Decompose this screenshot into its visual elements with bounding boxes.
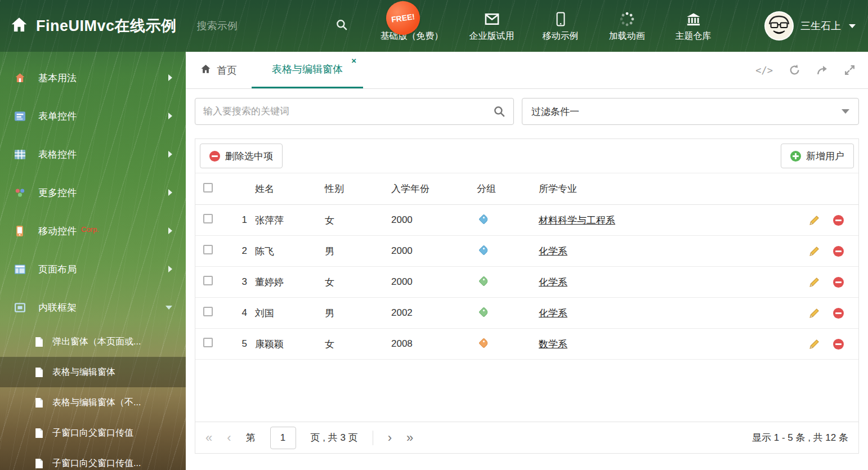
keyword-search-input[interactable]: [195, 106, 493, 117]
brand[interactable]: FineUIMvc在线示例: [0, 16, 177, 36]
pager-divider: [373, 431, 373, 445]
sidebar-subitem-popup-window[interactable]: 弹出窗体（本页面或...: [0, 326, 186, 357]
expand-icon[interactable]: [844, 64, 856, 76]
sidebar-item-basic-usage[interactable]: 基本用法: [0, 59, 186, 97]
delete-icon[interactable]: [833, 215, 844, 226]
major-link[interactable]: 数学系: [539, 339, 567, 350]
top-nav: 基础版（免费） 企业版试用 移动示例: [381, 10, 714, 42]
sidebar-item-label: 更多控件: [38, 186, 77, 199]
table-row: 1 张萍萍 女 2000 材料科学与工程系: [195, 205, 858, 236]
cell-gender: 女: [320, 276, 387, 289]
delete-selected-label: 删除选中项: [225, 150, 273, 163]
row-number: 2: [226, 245, 250, 257]
topnav-item-theme-repo[interactable]: 主题仓库: [673, 10, 714, 42]
avatar: [764, 11, 794, 41]
plus-circle-icon: [790, 151, 801, 162]
sidebar-subitem-label: 表格与编辑窗体: [52, 366, 115, 378]
column-gender[interactable]: 性别: [320, 182, 387, 195]
edit-pencil-icon[interactable]: [809, 308, 820, 319]
sidebar: 基本用法 表单控件 表格控件 更多: [0, 52, 186, 470]
tab-grid-edit-window[interactable]: 表格与编辑窗体 ×: [252, 52, 363, 88]
row-checkbox[interactable]: [203, 245, 213, 254]
filter-row: 过滤条件一: [195, 98, 859, 125]
search-icon[interactable]: [335, 19, 348, 33]
refresh-icon[interactable]: [789, 64, 800, 76]
delete-icon[interactable]: [833, 246, 844, 257]
app-root: FineUIMvc在线示例 FREE! 基础版（免费） 企业版试用: [0, 0, 868, 470]
edit-pencil-icon[interactable]: [809, 215, 820, 226]
delete-selected-button[interactable]: 删除选中项: [200, 144, 283, 168]
prev-page-button[interactable]: ‹: [227, 432, 231, 444]
topnav-item-loading-animation[interactable]: 加载动画: [607, 10, 647, 42]
cell-year: 2000: [387, 276, 472, 288]
delete-icon[interactable]: [833, 277, 844, 288]
select-all-checkbox[interactable]: [203, 183, 213, 193]
add-user-button[interactable]: 新增用户: [781, 144, 854, 168]
file-icon: [35, 459, 43, 468]
sidebar-item-grid-controls[interactable]: 表格控件: [0, 135, 186, 173]
page-label-suffix: 页 , 共 3 页: [311, 431, 358, 444]
cell-name: 董婷婷: [250, 276, 320, 289]
row-number: 3: [226, 276, 250, 288]
chevron-down-icon: [842, 109, 849, 114]
table-header-row: 姓名 性别 入学年份 分组 所学专业: [195, 173, 858, 205]
first-page-button[interactable]: «: [205, 432, 212, 444]
major-link[interactable]: 化学系: [539, 246, 567, 257]
table-row: 3 董婷婷 女 2000 化学系: [195, 267, 858, 298]
cell-gender: 男: [320, 245, 387, 258]
sidebar-subitem-grid-edit-window-alt[interactable]: 表格与编辑窗体（不...: [0, 387, 186, 418]
corp-badge: Corp.: [81, 225, 99, 234]
grid-toolbar: 删除选中项 新增用户: [195, 139, 858, 173]
delete-icon[interactable]: [833, 339, 844, 350]
close-icon[interactable]: ×: [351, 56, 356, 65]
sidebar-item-page-layout[interactable]: 页面布局: [0, 250, 186, 288]
sidebar-item-mobile-controls[interactable]: 移动控件 Corp.: [0, 212, 186, 250]
column-group[interactable]: 分组: [472, 182, 534, 195]
cell-gender: 女: [320, 214, 387, 227]
major-link[interactable]: 化学系: [539, 308, 567, 319]
cell-name: 张萍萍: [250, 214, 320, 227]
page-number-input[interactable]: [270, 427, 296, 449]
phone-icon: [14, 226, 26, 236]
bank-icon: [685, 10, 702, 27]
major-link[interactable]: 化学系: [539, 277, 567, 288]
edit-pencil-icon[interactable]: [809, 277, 820, 288]
sidebar-item-inline-frame[interactable]: 内联框架: [0, 288, 186, 326]
edit-pencil-icon[interactable]: [809, 246, 820, 257]
topnav-item-mobile-demo[interactable]: 移动示例: [540, 10, 581, 42]
sidebar-item-form-controls[interactable]: 表单控件: [0, 97, 186, 135]
chevron-right-icon: [168, 113, 172, 119]
topnav-label: 加载动画: [609, 30, 645, 42]
sidebar-subitem-grid-edit-window[interactable]: 表格与编辑窗体: [0, 357, 186, 387]
row-checkbox[interactable]: [203, 307, 213, 316]
file-icon: [35, 337, 43, 347]
share-icon[interactable]: [816, 64, 828, 76]
edit-pencil-icon[interactable]: [809, 339, 820, 350]
column-year[interactable]: 入学年份: [387, 182, 472, 195]
topnav-item-enterprise-trial[interactable]: 企业版试用: [469, 10, 514, 42]
row-checkbox[interactable]: [203, 214, 213, 223]
spinner-icon: [619, 10, 635, 27]
sidebar-subitem-child-to-parent-alt[interactable]: 子窗口向父窗口传值...: [0, 448, 186, 470]
row-checkbox[interactable]: [203, 276, 213, 285]
row-number: 5: [226, 338, 250, 350]
topnav-label: 主题仓库: [675, 30, 712, 42]
source-code-icon[interactable]: </>: [755, 65, 773, 76]
major-link[interactable]: 材料科学与工程系: [539, 215, 615, 226]
chevron-down-icon: [165, 306, 172, 310]
sidebar-item-more-controls[interactable]: 更多控件: [0, 173, 186, 212]
delete-icon[interactable]: [833, 308, 844, 319]
row-checkbox[interactable]: [203, 338, 213, 347]
header-search-input[interactable]: [197, 20, 328, 32]
chevron-right-icon: [168, 151, 172, 158]
column-name[interactable]: 姓名: [250, 182, 320, 195]
tab-home[interactable]: 首页: [186, 52, 252, 88]
next-page-button[interactable]: ›: [388, 432, 392, 444]
filter-dropdown[interactable]: 过滤条件一: [522, 98, 859, 125]
sidebar-subitem-label: 子窗口向父窗口传值...: [52, 458, 141, 469]
search-icon[interactable]: [493, 105, 505, 118]
user-menu[interactable]: 三生石上: [764, 11, 856, 41]
last-page-button[interactable]: »: [406, 432, 413, 444]
sidebar-subitem-child-to-parent[interactable]: 子窗口向父窗口传值: [0, 418, 186, 448]
column-major[interactable]: 所学专业: [534, 182, 785, 195]
